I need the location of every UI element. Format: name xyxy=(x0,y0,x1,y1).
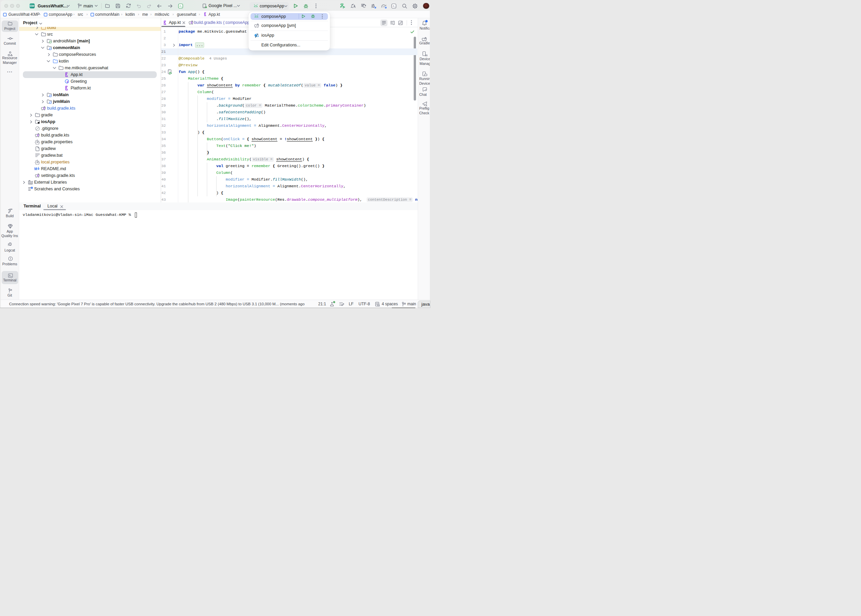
svg-text:c: c xyxy=(179,5,181,8)
svg-text:c: c xyxy=(393,5,394,8)
svg-text:M: M xyxy=(34,167,37,171)
